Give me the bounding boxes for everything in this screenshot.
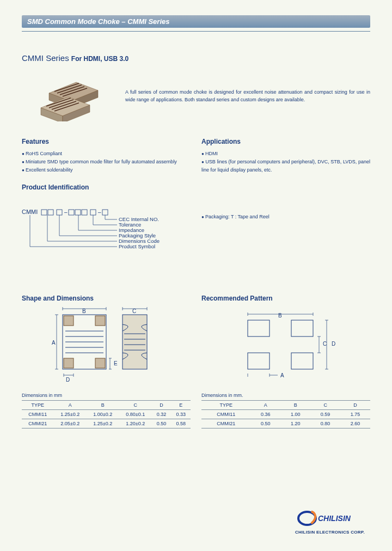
chilisin-logo-icon: CHILISIN [297, 510, 363, 526]
dimensions-table-2: TYPEABCD CMMI110.361.000.591.75CMMI210.5… [201, 400, 370, 428]
dim1-caption: Dimensions in mm [22, 393, 191, 398]
svg-rect-15 [48, 210, 53, 215]
svg-text:E: E [114, 360, 118, 366]
svg-text:A: A [280, 372, 284, 378]
svg-rect-47 [291, 353, 313, 369]
table-header: B [87, 401, 119, 410]
feature-item: Miniature SMD type common mode filter fo… [22, 158, 191, 166]
application-item: HDMI [201, 150, 370, 158]
table-header: E [171, 401, 191, 410]
table-cell: 2.05±0.2 [54, 419, 87, 428]
svg-rect-19 [75, 210, 81, 215]
svg-rect-45 [291, 320, 313, 336]
svg-rect-28 [95, 358, 105, 368]
doc-header-bar: SMD Common Mode Choke – CMMI Series [22, 15, 370, 28]
svg-text:D: D [332, 341, 335, 347]
packaging-note-list: Packaging: T : Tape and Reel [201, 201, 370, 221]
packaging-note: Packaging: T : Tape and Reel [201, 213, 370, 221]
svg-text:–: – [98, 209, 101, 215]
table-cell: 1.20±0.2 [119, 419, 152, 428]
table-header: A [250, 401, 280, 410]
feature-item: Excellent solderability [22, 166, 191, 174]
product-description: A full series of common mode choke is de… [125, 72, 370, 121]
table-cell: 1.25±0.2 [54, 410, 87, 419]
doc-title: SMD Common Mode Choke – CMMI Series [27, 17, 169, 26]
dim2-caption: Dimensions in mm. [201, 393, 370, 398]
svg-text:D: D [66, 377, 70, 383]
table-cell: 0.59 [310, 410, 340, 419]
table-header: D [152, 401, 171, 410]
svg-rect-44 [248, 320, 270, 336]
svg-text:B: B [82, 308, 86, 314]
table-cell: CMMI21 [201, 419, 250, 428]
features-list: RoHS Compliant Miniature SMD type common… [22, 150, 191, 174]
table-cell: 0.80±0.1 [119, 410, 152, 419]
table-cell: 1.00 [280, 410, 310, 419]
application-item: USB lines (for personal computers and pe… [201, 158, 370, 174]
svg-text:C: C [323, 341, 327, 347]
svg-text:C: C [132, 308, 136, 314]
applications-list: HDMI USB lines (for personal computers a… [201, 150, 370, 174]
pattern-heading: Recommended Pattern [201, 295, 370, 302]
table-cell: CMMI11 [201, 410, 250, 419]
svg-text:A: A [52, 340, 56, 346]
table-cell: 1.20 [280, 419, 310, 428]
table-header: B [280, 401, 310, 410]
svg-rect-25 [64, 316, 74, 326]
table-row: CMMI212.05±0.21.25±0.21.20±0.20.500.58 [22, 419, 191, 428]
table-cell: 2.60 [340, 419, 370, 428]
company-name: CHILISIN ELECTRONICS CORP. [295, 530, 365, 535]
table-cell: 1.00±0.2 [87, 410, 119, 419]
series-for: For HDMI, USB 3.0 [71, 55, 128, 63]
svg-rect-23 [102, 210, 108, 215]
feature-item: RoHS Compliant [22, 150, 191, 158]
table-header: TYPE [201, 401, 250, 410]
table-cell: 0.58 [171, 419, 191, 428]
logo-brand: CHILISIN [318, 514, 351, 523]
svg-rect-46 [248, 353, 270, 369]
svg-rect-20 [82, 210, 87, 215]
series-title: CMMI Series For HDMI, USB 3.0 [22, 53, 370, 63]
table-header: TYPE [22, 401, 54, 410]
svg-text:–: – [64, 209, 68, 215]
pid-prefix: CMMI [22, 209, 38, 215]
svg-text:B: B [278, 313, 282, 319]
svg-rect-27 [64, 358, 74, 368]
table-cell: 1.75 [340, 410, 370, 419]
table-cell: CMMI11 [22, 410, 54, 419]
company-logo-area: CHILISIN CHILISIN ELECTRONICS CORP. [295, 510, 365, 535]
table-cell: CMMI21 [22, 419, 54, 428]
table-cell: 0.80 [310, 419, 340, 428]
table-header: C [119, 401, 152, 410]
table-row: CMMI110.361.000.591.75 [201, 410, 370, 419]
product-id-heading: Product Identification [22, 183, 191, 191]
svg-rect-21 [90, 210, 96, 215]
table-cell: 0.36 [250, 410, 280, 419]
table-header: A [54, 401, 87, 410]
table-header: D [340, 401, 370, 410]
svg-rect-14 [41, 210, 47, 215]
features-heading: Features [22, 138, 191, 145]
table-cell: 0.33 [171, 410, 191, 419]
table-cell: 0.50 [250, 419, 280, 428]
table-cell: 0.50 [152, 419, 171, 428]
svg-rect-26 [95, 316, 105, 326]
svg-rect-16 [57, 210, 62, 215]
header-rule [22, 31, 370, 32]
table-header: C [310, 401, 340, 410]
table-row: CMMI210.501.200.802.60 [201, 419, 370, 428]
pattern-diagram: B C D A [201, 307, 370, 388]
shape-heading: Shape and Dimensions [22, 295, 191, 302]
applications-heading: Applications [201, 138, 370, 145]
shape-diagram: B A D E C [22, 307, 191, 388]
product-id-diagram: CMMI – – [22, 207, 191, 278]
dimensions-table-1: TYPEABCDE CMMI111.25±0.21.00±0.20.80±0.1… [22, 400, 191, 428]
table-cell: 0.32 [152, 410, 171, 419]
svg-rect-38 [122, 315, 147, 369]
table-row: CMMI111.25±0.21.00±0.20.80±0.10.320.33 [22, 410, 191, 419]
pid-label: Product Symbol [119, 243, 155, 249]
table-cell: 1.25±0.2 [87, 419, 119, 428]
product-image [38, 72, 109, 121]
svg-rect-18 [69, 210, 74, 215]
series-name: CMMI Series [22, 53, 69, 63]
